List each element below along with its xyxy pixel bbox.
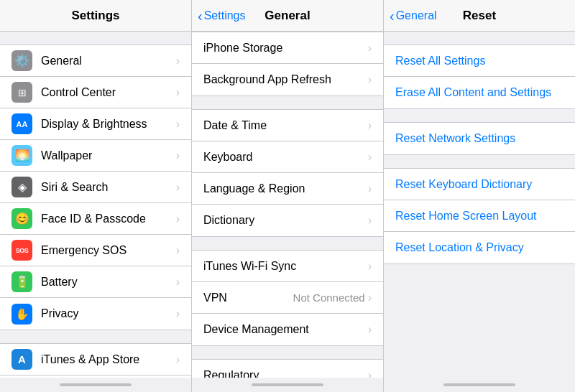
general-panel: ‹ Settings General iPhone Storage › Back… xyxy=(192,0,384,392)
general-back-chevron: ‹ xyxy=(198,9,203,23)
erase-all-content-row[interactable]: Erase All Content and Settings xyxy=(384,77,575,108)
iphone-storage-row[interactable]: iPhone Storage › xyxy=(192,32,383,64)
device-management-label: Device Management xyxy=(203,323,368,336)
face-id-label: Face ID & Passcode xyxy=(41,213,176,225)
general-group-1: iPhone Storage › Background App Refresh … xyxy=(192,32,383,96)
reset-group-3: Reset Keyboard Dictionary Reset Home Scr… xyxy=(384,168,575,264)
date-time-row[interactable]: Date & Time › xyxy=(192,110,383,141)
language-region-row[interactable]: Language & Region › xyxy=(192,173,383,205)
reset-keyboard-dictionary-row[interactable]: Reset Keyboard Dictionary xyxy=(384,169,575,200)
emergency-sos-icon: SOS xyxy=(12,240,32,261)
reset-keyboard-dictionary-label: Reset Keyboard Dictionary xyxy=(395,178,532,191)
reset-network-settings-label: Reset Network Settings xyxy=(395,132,515,145)
sidebar-item-general[interactable]: ⚙️ General › xyxy=(0,45,191,77)
iphone-storage-label: iPhone Storage xyxy=(203,42,368,55)
dictionary-row[interactable]: Dictionary › xyxy=(192,205,383,236)
mid-bottom-bar xyxy=(192,378,383,392)
display-brightness-label: Display & Brightness xyxy=(41,118,176,131)
general-scroll: iPhone Storage › Background App Refresh … xyxy=(192,32,383,378)
background-app-refresh-label: Background App Refresh xyxy=(203,73,368,86)
itunes-appstore-icon: A xyxy=(12,349,32,370)
reset-nav-bar: ‹ General Reset xyxy=(384,0,575,32)
general-label: General xyxy=(41,55,176,67)
reset-location-privacy-label: Reset Location & Privacy xyxy=(395,241,524,254)
keyboard-row[interactable]: Keyboard › xyxy=(192,141,383,173)
settings-title: Settings xyxy=(71,9,119,23)
reset-all-settings-row[interactable]: Reset All Settings xyxy=(384,45,575,77)
general-back-button[interactable]: ‹ Settings xyxy=(198,9,245,23)
vpn-row[interactable]: VPN Not Connected › xyxy=(192,282,383,314)
reset-home-screen-label: Reset Home Screen Layout xyxy=(395,210,537,223)
home-indicator-right xyxy=(443,383,515,386)
general-group-3: iTunes Wi-Fi Sync › VPN Not Connected › … xyxy=(192,250,383,346)
battery-icon: 🔋 xyxy=(12,271,32,292)
reset-all-settings-label: Reset All Settings xyxy=(395,55,485,67)
sidebar-item-itunes-appstore[interactable]: A iTunes & App Store › xyxy=(0,344,191,375)
face-id-icon: 😊 xyxy=(12,208,32,229)
sidebar-item-battery[interactable]: 🔋 Battery › xyxy=(0,266,191,298)
settings-group-1: ⚙️ General › ⊞ Control Center › AA xyxy=(0,45,191,330)
settings-header: Settings xyxy=(0,0,191,32)
device-management-row[interactable]: Device Management › xyxy=(192,314,383,345)
regulatory-label: Regulatory xyxy=(203,369,368,378)
reset-scroll: Reset All Settings Erase All Content and… xyxy=(384,32,575,378)
dictionary-label: Dictionary xyxy=(203,214,368,227)
right-bottom-bar xyxy=(384,378,575,392)
sidebar-item-privacy[interactable]: ✋ Privacy › xyxy=(0,298,191,330)
sidebar-item-control-center[interactable]: ⊞ Control Center › xyxy=(0,77,191,108)
general-nav-title: General xyxy=(264,9,310,23)
general-group-2: Date & Time › Keyboard › Language & Regi… xyxy=(192,109,383,237)
vpn-value: Not Connected xyxy=(293,291,365,304)
reset-group-1: Reset All Settings Erase All Content and… xyxy=(384,45,575,109)
regulatory-row[interactable]: Regulatory › xyxy=(192,360,383,378)
siri-search-label: Siri & Search xyxy=(41,181,176,194)
settings-scroll: ⚙️ General › ⊞ Control Center › AA xyxy=(0,32,191,378)
itunes-appstore-label: iTunes & App Store xyxy=(41,353,176,366)
general-nav-bar: ‹ Settings General xyxy=(192,0,383,32)
date-time-label: Date & Time xyxy=(203,119,368,132)
general-icon: ⚙️ xyxy=(12,50,32,71)
privacy-label: Privacy xyxy=(41,307,176,320)
reset-back-label: General xyxy=(396,9,437,22)
vpn-label: VPN xyxy=(203,291,293,304)
display-brightness-icon: AA xyxy=(12,113,32,134)
sidebar-item-face-id[interactable]: 😊 Face ID & Passcode › xyxy=(0,203,191,235)
reset-back-button[interactable]: ‹ General xyxy=(390,9,437,23)
control-center-label: Control Center xyxy=(41,86,176,99)
siri-search-icon: ◈ xyxy=(12,177,32,197)
reset-panel: ‹ General Reset Reset All Settings Erase… xyxy=(384,0,575,392)
settings-group-2: A iTunes & App Store › 💳 Wallet & Apple … xyxy=(0,343,191,378)
keyboard-label: Keyboard xyxy=(203,151,368,164)
itunes-wifi-sync-row[interactable]: iTunes Wi-Fi Sync › xyxy=(192,251,383,282)
left-bottom-bar xyxy=(0,378,191,392)
settings-panel: Settings ⚙️ General › ⊞ Control Center xyxy=(0,0,192,392)
control-center-icon: ⊞ xyxy=(12,82,32,103)
sidebar-item-siri-search[interactable]: ◈ Siri & Search › xyxy=(0,172,191,203)
background-app-refresh-row[interactable]: Background App Refresh › xyxy=(192,64,383,95)
language-region-label: Language & Region xyxy=(203,182,368,195)
reset-nav-title: Reset xyxy=(463,9,496,23)
reset-group-2: Reset Network Settings xyxy=(384,122,575,155)
sidebar-item-emergency-sos[interactable]: SOS Emergency SOS › xyxy=(0,235,191,266)
home-indicator xyxy=(60,383,132,386)
sidebar-item-display-brightness[interactable]: AA Display & Brightness › xyxy=(0,108,191,140)
privacy-icon: ✋ xyxy=(12,304,32,325)
general-group-4: Regulatory › Reset › xyxy=(192,359,383,378)
itunes-wifi-sync-label: iTunes Wi-Fi Sync xyxy=(203,260,368,273)
wallpaper-icon: 🌅 xyxy=(12,145,32,166)
emergency-sos-label: Emergency SOS xyxy=(41,244,176,257)
battery-label: Battery xyxy=(41,276,176,289)
wallpaper-label: Wallpaper xyxy=(41,149,176,162)
general-back-label: Settings xyxy=(204,9,246,22)
sidebar-item-wallpaper[interactable]: 🌅 Wallpaper › xyxy=(0,140,191,172)
erase-all-content-label: Erase All Content and Settings xyxy=(395,86,551,99)
reset-network-settings-row[interactable]: Reset Network Settings xyxy=(384,123,575,154)
reset-home-screen-row[interactable]: Reset Home Screen Layout xyxy=(384,200,575,232)
reset-back-chevron: ‹ xyxy=(390,9,395,23)
home-indicator-mid xyxy=(252,383,323,386)
reset-location-privacy-row[interactable]: Reset Location & Privacy xyxy=(384,232,575,263)
